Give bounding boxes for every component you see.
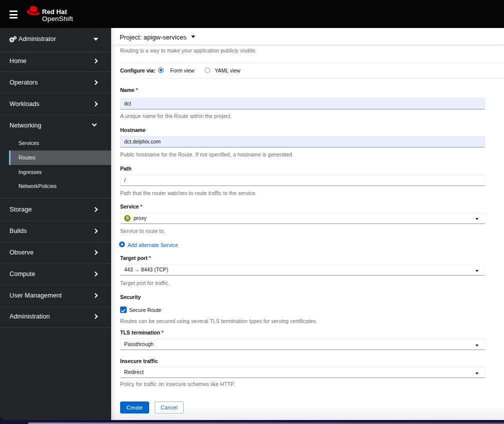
svg-text:S: S: [126, 216, 129, 220]
